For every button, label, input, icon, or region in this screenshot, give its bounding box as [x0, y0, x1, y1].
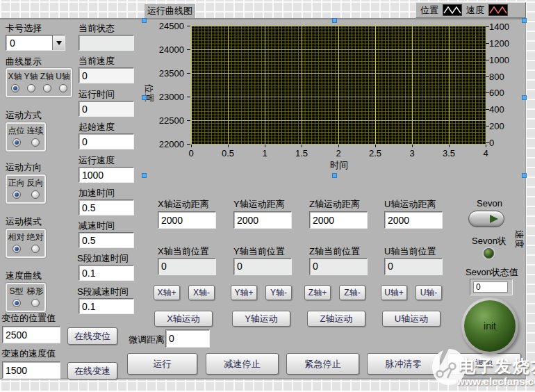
radio-relative[interactable]: [13, 245, 21, 253]
radio-item: 梯形: [26, 284, 44, 311]
z-minus-button[interactable]: Z轴-: [339, 285, 365, 300]
selection-handle[interactable]: [522, 95, 527, 100]
selection-handle[interactable]: [522, 18, 527, 23]
u-plus-button[interactable]: U轴+: [381, 285, 407, 300]
radio-trapezoid[interactable]: [31, 299, 40, 307]
x-tick: 4: [472, 148, 500, 158]
u-distance-input[interactable]: [384, 211, 443, 229]
curve-display-label: 曲线显示: [6, 56, 42, 67]
watermark-url: www.elecfans.com: [456, 375, 535, 387]
card-select-label: 卡号选择: [6, 23, 42, 33]
x-tick: 2.5: [361, 148, 389, 158]
radio-label: U轴: [56, 71, 70, 83]
u-distance-label: U轴运动距离: [384, 199, 436, 209]
u-minus-button[interactable]: U轴-: [415, 285, 442, 300]
emergency-stop-button[interactable]: 紧急停止: [286, 353, 359, 375]
run-speed-label: 运行速度: [79, 155, 115, 165]
u-move-button[interactable]: U轴运动: [382, 311, 441, 327]
watermark-brand: 电子发烧友: [459, 355, 535, 377]
radio-y-axis[interactable]: [27, 84, 35, 92]
chevron-down-icon: [56, 41, 62, 48]
radio-z-axis[interactable]: [43, 84, 51, 92]
z-move-button[interactable]: Z轴运动: [307, 311, 365, 327]
start-speed-input[interactable]: [79, 133, 134, 149]
s-acc-time-input[interactable]: [79, 265, 134, 281]
acc-time-input[interactable]: [79, 199, 134, 215]
y-position-indicator: 0: [233, 258, 292, 275]
respeed-input[interactable]: [2, 361, 60, 379]
x-tick: 2: [324, 148, 352, 158]
selection-handle[interactable]: [142, 95, 147, 100]
y-right-tick: 400: [489, 104, 520, 115]
legend-speed-swatch[interactable]: [488, 4, 508, 16]
x-distance-input[interactable]: [158, 211, 216, 229]
y-position-label: Y轴当前位置: [233, 246, 285, 256]
dropdown-button[interactable]: [52, 35, 65, 50]
radio-u-axis[interactable]: [59, 84, 67, 92]
y-left-tick: 24000: [148, 44, 184, 55]
y-right-tick: 1400: [489, 22, 520, 32]
y-distance-input[interactable]: [233, 211, 292, 229]
run-button[interactable]: 运行: [127, 353, 197, 375]
legend-position-label: 位置: [420, 4, 438, 17]
current-speed-label: 当前速度: [79, 56, 115, 66]
z-distance-input[interactable]: [309, 211, 368, 229]
radio-item: 连续: [26, 124, 44, 150]
y-plus-button[interactable]: Y轴+: [231, 285, 257, 300]
x-minus-button[interactable]: X轴-: [188, 285, 215, 300]
u-position-label: U轴当前位置: [384, 246, 436, 256]
x-move-button[interactable]: X轴运动: [154, 311, 213, 327]
selection-handle[interactable]: [142, 18, 147, 23]
radio-label: 梯形: [27, 286, 44, 297]
graph-title: 运行曲线图: [145, 4, 195, 18]
y-minus-button[interactable]: Y轴-: [265, 285, 292, 300]
x-tick: 0: [177, 148, 205, 158]
radio-s-type[interactable]: [13, 299, 21, 307]
s-dec-time-input[interactable]: [79, 298, 134, 314]
online-respeed-button[interactable]: 在线变速: [67, 362, 117, 379]
fine-adjust-input[interactable]: [165, 329, 210, 348]
curve-display-radio-group: X轴 Y轴 Z轴 U轴: [6, 68, 72, 97]
radio-item: 反向: [26, 176, 44, 202]
x-plus-button[interactable]: X轴+: [154, 285, 180, 300]
z-plus-button[interactable]: Z轴+: [304, 285, 331, 300]
radio-item: Z轴: [39, 70, 55, 96]
selection-handle[interactable]: [332, 18, 337, 23]
sevon-status-led[interactable]: [484, 248, 494, 259]
y-move-button[interactable]: Y轴运动: [232, 311, 290, 327]
fine-adjust-label: 微调距离: [129, 334, 165, 345]
decel-stop-button[interactable]: 减速停止: [206, 353, 279, 375]
selection-handle[interactable]: [332, 173, 337, 178]
radio-absolute[interactable]: [31, 245, 40, 253]
run-speed-input[interactable]: [79, 167, 134, 183]
x-position-indicator: 0: [158, 258, 216, 275]
online-reposition-button[interactable]: 在线变位: [67, 327, 117, 345]
radio-forward[interactable]: [13, 190, 21, 199]
motion-mode-radio-group: 相对 绝对: [6, 229, 46, 258]
sevon-value-label: Sevon状态值: [466, 267, 518, 277]
sevon-switch-label: Sevon: [477, 198, 502, 209]
direction-radio-group: 正向 反向: [6, 174, 46, 204]
zigzag-line-icon: [489, 6, 507, 15]
current-state-indicator: [79, 35, 134, 51]
reposition-input[interactable]: [2, 326, 60, 343]
dec-time-input[interactable]: [79, 232, 134, 248]
radio-label: X轴: [8, 71, 22, 83]
acc-time-label: 加速时间: [79, 188, 115, 198]
radio-reverse[interactable]: [31, 190, 40, 199]
y-distance-label: Y轴运动距离: [233, 199, 285, 209]
radio-x-axis[interactable]: [11, 84, 19, 92]
selection-handle[interactable]: [522, 173, 527, 178]
card-select-dropdown[interactable]: 0: [6, 35, 65, 51]
sevon-switch[interactable]: [468, 211, 504, 227]
selection-handle[interactable]: [142, 173, 147, 178]
legend-position-swatch[interactable]: [443, 4, 462, 16]
radio-label: 相对: [8, 231, 25, 243]
x-tick: 0.5: [214, 148, 242, 158]
dec-time-label: 减速时间: [79, 220, 115, 231]
radio-item: Y轴: [23, 70, 39, 96]
pulse-clear-button[interactable]: 脉冲清零: [367, 353, 440, 375]
radio-label: 绝对: [27, 231, 44, 243]
radio-continuous[interactable]: [31, 138, 40, 147]
radio-point[interactable]: [13, 138, 21, 147]
